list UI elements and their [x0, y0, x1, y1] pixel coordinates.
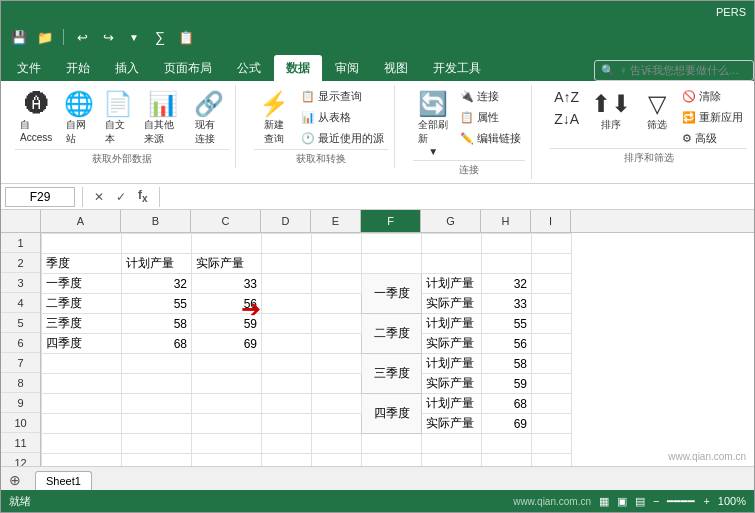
- cell-D8[interactable]: [262, 374, 312, 394]
- undo-btn[interactable]: ↩: [72, 27, 92, 47]
- row-header-7[interactable]: 7: [1, 353, 40, 373]
- cell-I3[interactable]: [532, 274, 572, 294]
- cell-F3[interactable]: 一季度: [362, 274, 422, 314]
- cell-I4[interactable]: [532, 294, 572, 314]
- ribbon-btn-refresh-all[interactable]: 🔄 全部刷新 ▼: [413, 87, 453, 160]
- cell-E10[interactable]: [312, 414, 362, 434]
- col-header-G[interactable]: G: [421, 210, 481, 232]
- cell-A4[interactable]: 二季度: [42, 294, 122, 314]
- cell-I9[interactable]: [532, 394, 572, 414]
- cell-D6[interactable]: [262, 334, 312, 354]
- cell-A9[interactable]: [42, 394, 122, 414]
- row-header-8[interactable]: 8: [1, 373, 40, 393]
- row-header-4[interactable]: 4: [1, 293, 40, 313]
- col-header-I[interactable]: I: [531, 210, 571, 232]
- col-header-C[interactable]: C: [191, 210, 261, 232]
- ribbon-btn-new-query[interactable]: ⚡ 新建 查询: [254, 87, 294, 149]
- cell-D9[interactable]: [262, 394, 312, 414]
- cell-A2[interactable]: 季度: [42, 254, 122, 274]
- redo-btn[interactable]: ↪: [98, 27, 118, 47]
- cell-A6[interactable]: 四季度: [42, 334, 122, 354]
- cell-I1[interactable]: [532, 234, 572, 254]
- row-header-3[interactable]: 3: [1, 273, 40, 293]
- row-header-11[interactable]: 11: [1, 433, 40, 453]
- cell-H6[interactable]: 56: [482, 334, 532, 354]
- cell-D4[interactable]: [262, 294, 312, 314]
- cell-A10[interactable]: [42, 414, 122, 434]
- cell-G5[interactable]: 计划产量: [422, 314, 482, 334]
- sheet-tab-1[interactable]: Sheet1: [35, 471, 92, 490]
- cell-C7[interactable]: [192, 354, 262, 374]
- cell-E5[interactable]: [312, 314, 362, 334]
- open-btn[interactable]: 📁: [35, 27, 55, 47]
- ribbon-btn-sort-za[interactable]: Z↓A: [550, 109, 583, 129]
- cell-E3[interactable]: [312, 274, 362, 294]
- cell-I7[interactable]: [532, 354, 572, 374]
- cell-G7[interactable]: 计划产量: [422, 354, 482, 374]
- cell-G2[interactable]: [422, 254, 482, 274]
- cell-G3[interactable]: 计划产量: [422, 274, 482, 294]
- cell-H8[interactable]: 59: [482, 374, 532, 394]
- ribbon-btn-access[interactable]: 🅐 自 Access: [15, 87, 58, 146]
- view-normal[interactable]: ▦: [599, 495, 609, 508]
- cell-D10[interactable]: [262, 414, 312, 434]
- cell-E8[interactable]: [312, 374, 362, 394]
- row-header-12[interactable]: 12: [1, 453, 40, 466]
- zoom-out[interactable]: −: [653, 495, 659, 507]
- tab-developer[interactable]: 开发工具: [421, 55, 493, 81]
- col-header-E[interactable]: E: [311, 210, 361, 232]
- cell-H7[interactable]: 58: [482, 354, 532, 374]
- cell-A11[interactable]: [42, 434, 122, 454]
- cell-E1[interactable]: [312, 234, 362, 254]
- cell-F9[interactable]: 四季度: [362, 394, 422, 434]
- cell-G10[interactable]: 实际产量: [422, 414, 482, 434]
- ribbon-btn-show-query[interactable]: 📋 显示查询: [297, 87, 388, 106]
- cell-H4[interactable]: 33: [482, 294, 532, 314]
- cancel-formula-btn[interactable]: ✕: [90, 188, 108, 206]
- cell-D5[interactable]: [262, 314, 312, 334]
- cell-E4[interactable]: [312, 294, 362, 314]
- insert-function-btn[interactable]: fx: [134, 186, 152, 206]
- add-sheet-btn[interactable]: ⊕: [5, 470, 25, 490]
- cell-G9[interactable]: 计划产量: [422, 394, 482, 414]
- cell-C6[interactable]: 69: [192, 334, 262, 354]
- ribbon-btn-existing[interactable]: 🔗 现有连接: [190, 87, 230, 149]
- ribbon-btn-connections[interactable]: 🔌 连接: [456, 87, 525, 106]
- cell-B5[interactable]: 58: [122, 314, 192, 334]
- row-header-9[interactable]: 9: [1, 393, 40, 413]
- cell-I8[interactable]: [532, 374, 572, 394]
- ribbon-btn-other[interactable]: 📊 自其他来源: [139, 87, 186, 149]
- clipboard-btn[interactable]: 📋: [176, 27, 196, 47]
- cell-D3[interactable]: [262, 274, 312, 294]
- tab-view[interactable]: 视图: [372, 55, 420, 81]
- ribbon-btn-filter[interactable]: ▽ 筛选: [639, 87, 675, 135]
- cell-B6[interactable]: 68: [122, 334, 192, 354]
- cell-A8[interactable]: [42, 374, 122, 394]
- tab-home[interactable]: 开始: [54, 55, 102, 81]
- cell-B2[interactable]: 计划产量: [122, 254, 192, 274]
- cell-C2[interactable]: 实际产量: [192, 254, 262, 274]
- row-header-6[interactable]: 6: [1, 333, 40, 353]
- cell-C3[interactable]: 33: [192, 274, 262, 294]
- cell-E6[interactable]: [312, 334, 362, 354]
- ribbon-btn-reapply[interactable]: 🔁 重新应用: [678, 108, 747, 127]
- cell-I5[interactable]: [532, 314, 572, 334]
- zoom-in[interactable]: +: [703, 495, 709, 507]
- cell-B8[interactable]: [122, 374, 192, 394]
- tab-formula[interactable]: 公式: [225, 55, 273, 81]
- ribbon-btn-edit-links[interactable]: ✏️ 编辑链接: [456, 129, 525, 148]
- search-box[interactable]: 🔍 ♀ 告诉我您想要做什么...: [594, 60, 754, 81]
- cell-B4[interactable]: 55: [122, 294, 192, 314]
- col-header-D[interactable]: D: [261, 210, 311, 232]
- row-header-10[interactable]: 10: [1, 413, 40, 433]
- ribbon-btn-sort[interactable]: ⬆⬇ 排序: [586, 87, 636, 135]
- col-header-H[interactable]: H: [481, 210, 531, 232]
- ribbon-btn-from-table[interactable]: 📊 从表格: [297, 108, 388, 127]
- cell-H5[interactable]: 55: [482, 314, 532, 334]
- formula-btn[interactable]: ∑: [150, 27, 170, 47]
- cell-F5[interactable]: 二季度: [362, 314, 422, 354]
- name-box[interactable]: [5, 187, 75, 207]
- cell-C10[interactable]: [192, 414, 262, 434]
- view-layout[interactable]: ▣: [617, 495, 627, 508]
- cell-C9[interactable]: [192, 394, 262, 414]
